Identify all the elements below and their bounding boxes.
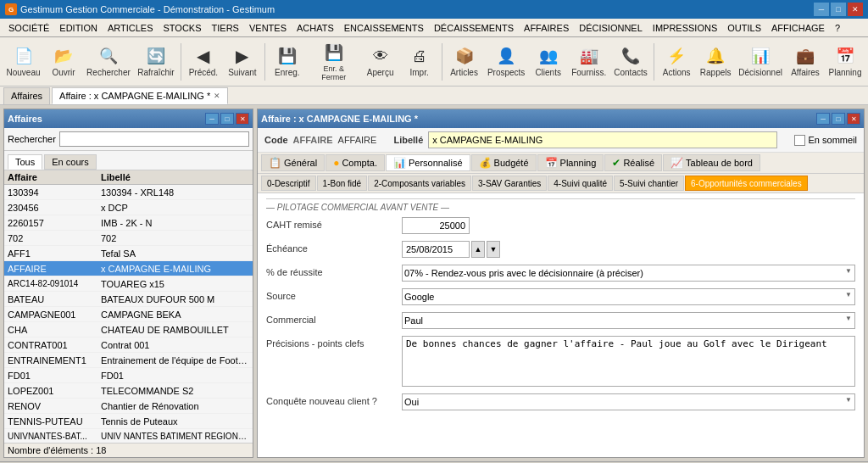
planning-button[interactable]: 📅 Planning: [826, 40, 865, 84]
clients-button[interactable]: 👥 Clients: [530, 40, 567, 84]
clients-label: Clients: [535, 68, 561, 77]
rafraichir-button[interactable]: 🔄 Rafraîchir: [135, 40, 177, 84]
search-input[interactable]: [59, 131, 249, 147]
prospects-button[interactable]: 👤 Prospects: [485, 40, 528, 84]
preced-button[interactable]: ◀ Précéd.: [185, 40, 222, 84]
list-item[interactable]: TENNIS-PUTEAU Tennis de Puteaux: [4, 414, 253, 429]
enreg-fermer-button[interactable]: 💾 Enr. & Fermer: [308, 40, 360, 84]
tab-realise[interactable]: ✔ Réalisé: [604, 154, 662, 171]
preced-icon: ◀: [193, 46, 214, 66]
rechercher-button[interactable]: 🔍 Rechercher: [84, 40, 133, 84]
list-item[interactable]: BATEAU BATEAUX DUFOUR 500 M: [4, 292, 253, 307]
separator-4: [654, 43, 654, 81]
list-item[interactable]: CONTRAT001 Contrat 001: [4, 337, 253, 353]
menu-encaissements[interactable]: ENCAISSEMENTS: [339, 21, 429, 35]
menu-affaires[interactable]: AFFAIRES: [519, 21, 574, 35]
echeance-input[interactable]: [402, 241, 470, 258]
precisions-textarea[interactable]: De bonnes chances de gagner l'affaire - …: [402, 336, 855, 387]
menu-help[interactable]: ?: [830, 21, 845, 35]
menu-affichage[interactable]: AFFICHAGE: [766, 21, 830, 35]
menu-ventes[interactable]: VENTES: [244, 21, 292, 35]
panel-close-button[interactable]: ✕: [236, 113, 249, 125]
list-item[interactable]: 230456 x DCP: [4, 200, 253, 215]
close-button[interactable]: ✕: [848, 3, 863, 16]
menu-achats[interactable]: ACHATS: [292, 21, 339, 35]
menu-decisionnel[interactable]: DÉCISIONNEL: [574, 21, 648, 35]
nouveau-button[interactable]: 📄 Nouveau: [3, 40, 43, 84]
menu-tiers[interactable]: TIERS: [207, 21, 244, 35]
list-item[interactable]: LOPEZ001 TELECOMMANDE S2: [4, 383, 253, 399]
list-item[interactable]: 2260157 IMB - 2K - N: [4, 215, 253, 231]
tab-compta[interactable]: ● Compta.: [326, 154, 385, 171]
decisionnel-button[interactable]: 📊 Décisionnel: [736, 40, 785, 84]
list-item[interactable]: ARC14-82-091014 TOUAREG x15: [4, 276, 253, 292]
affaires-toolbar-button[interactable]: 💼 Affaires: [787, 40, 824, 84]
menu-edition[interactable]: EDITION: [54, 21, 103, 35]
sub-tab-chantier[interactable]: 5-Suivi chantier: [614, 176, 684, 191]
list-item[interactable]: CAMPAGNE001 CAMPAGNE BEKA: [4, 307, 253, 322]
list-item[interactable]: UNIVNANTES-BAT... UNIV NANTES BATIMENT R…: [4, 429, 253, 443]
caht-input[interactable]: [402, 217, 470, 234]
list-item-selected[interactable]: AFFAIRE x CAMPAGNE E-MAILING: [4, 261, 253, 276]
sub-tab-sav[interactable]: 3-SAV Garanties: [472, 176, 547, 191]
maximize-button[interactable]: □: [831, 3, 846, 16]
list-item[interactable]: RENOV Chantier de Rénovation: [4, 399, 253, 414]
right-panel-controls: ─ □ ✕: [816, 113, 860, 125]
tab-budgete[interactable]: 💰 Budgété: [471, 154, 537, 171]
sub-tab-opportunites[interactable]: 6-Opportunités commerciales: [685, 176, 808, 191]
date-down-button[interactable]: ▼: [487, 241, 500, 258]
impr-button[interactable]: 🖨 Impr.: [401, 40, 438, 84]
tab-campagne-close[interactable]: ✕: [214, 92, 220, 100]
panel-restore-button[interactable]: □: [220, 113, 234, 125]
actions-button[interactable]: ⚡ Actions: [658, 40, 695, 84]
ouvrir-button[interactable]: 📂 Ouvrir: [45, 40, 82, 84]
list-item[interactable]: CHA CHATEAU DE RAMBOUILLET: [4, 322, 253, 337]
list-item[interactable]: 130394 130394 - XRL148: [4, 185, 253, 200]
libelle-input[interactable]: [428, 131, 776, 148]
enreg-button[interactable]: 💾 Enreg.: [269, 40, 306, 84]
tab-campagne[interactable]: Affaire : x CAMPAGNE E-MAILING * ✕: [52, 87, 228, 104]
contacts-button[interactable]: 📞 Contacts: [611, 40, 651, 84]
list-item[interactable]: 702 702: [4, 231, 253, 246]
apercu-button[interactable]: 👁 Aperçu: [362, 40, 399, 84]
articles-button[interactable]: 📦 Articles: [446, 40, 483, 84]
list-item[interactable]: FD01 FD01: [4, 368, 253, 383]
reussite-select[interactable]: 07% - Rendez-vous pris avec le décisionn…: [402, 265, 855, 282]
menu-stocks[interactable]: STOCKS: [159, 21, 207, 35]
menu-decaissements[interactable]: DÉCAISSEMENTS: [429, 21, 519, 35]
sub-tab-qualite-label: 4-Suivi qualité: [554, 179, 607, 188]
sub-tab-composants[interactable]: 2-Composants variables: [368, 176, 471, 191]
col-affaire-header[interactable]: Affaire: [8, 172, 101, 182]
right-panel-close-button[interactable]: ✕: [847, 113, 860, 125]
list-item[interactable]: AFF1 Tefal SA: [4, 246, 253, 261]
panel-minimize-button[interactable]: ─: [205, 113, 219, 125]
list-item[interactable]: ENTRAINEMENT1 Entrainement de l'équipe d…: [4, 353, 253, 368]
menu-impressions[interactable]: IMPRESSIONS: [648, 21, 722, 35]
suivant-button[interactable]: ▶ Suivant: [224, 40, 261, 84]
tab-planning[interactable]: 📅 Planning: [537, 154, 604, 171]
source-select[interactable]: Google: [402, 288, 855, 305]
reussite-label: % de réussite: [266, 265, 402, 277]
tab-affaires[interactable]: Affaires: [3, 87, 50, 104]
date-up-button[interactable]: ▲: [471, 241, 485, 258]
tab-personnalise[interactable]: 📊 Personnalisé: [386, 154, 470, 171]
right-panel-restore-button[interactable]: □: [832, 113, 845, 125]
tab-tableau-bord[interactable]: 📈 Tableau de bord: [663, 154, 760, 171]
sub-tab-qualite[interactable]: 4-Suivi qualité: [548, 176, 613, 191]
conquete-select[interactable]: Oui: [402, 393, 855, 410]
menu-articles[interactable]: ARTICLES: [103, 21, 159, 35]
contacts-icon: 📞: [620, 46, 641, 66]
sub-tab-descriptif[interactable]: 0-Descriptif: [261, 176, 316, 191]
fourniss-button[interactable]: 🏭 Fourniss.: [569, 40, 609, 84]
sub-tab-bon-fide[interactable]: 1-Bon fidé: [317, 176, 368, 191]
filter-tab-encours[interactable]: En cours: [44, 154, 96, 170]
right-panel-minimize-button[interactable]: ─: [816, 113, 830, 125]
minimize-button[interactable]: ─: [814, 3, 829, 16]
menu-societe[interactable]: SOCIÉTÉ: [3, 21, 54, 35]
tab-general[interactable]: 📋 Général: [261, 154, 325, 171]
rappels-button[interactable]: 🔔 Rappels: [697, 40, 734, 84]
commercial-select[interactable]: Paul: [402, 312, 855, 329]
en-sommeil-checkbox[interactable]: [794, 135, 805, 146]
menu-outils[interactable]: OUTILS: [722, 21, 766, 35]
filter-tab-tous[interactable]: Tous: [8, 154, 42, 170]
